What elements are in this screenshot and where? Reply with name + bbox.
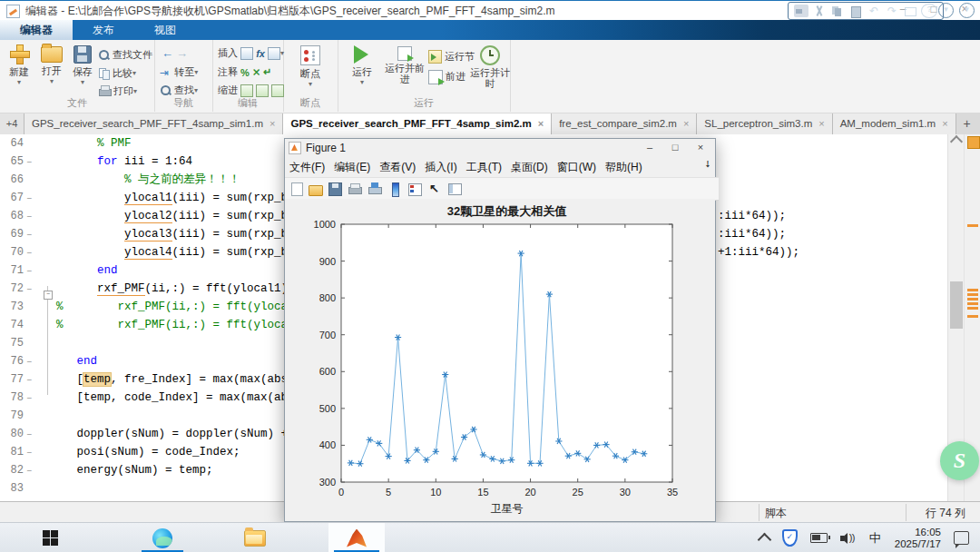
figure-menu-h[interactable]: 帮助(H) xyxy=(601,160,647,175)
insert-block-icon[interactable] xyxy=(268,47,280,60)
tray-expand-chevron-icon[interactable] xyxy=(760,531,769,545)
breakpoint-dash[interactable]: – xyxy=(26,370,33,389)
warning-marker-icon[interactable] xyxy=(967,224,978,227)
message-summary-icon[interactable] xyxy=(967,136,980,149)
back-icon[interactable]: ← xyxy=(162,47,173,60)
open-file-icon[interactable] xyxy=(309,185,323,196)
warning-marker-icon[interactable] xyxy=(967,302,978,305)
breakpoint-dash[interactable]: – xyxy=(26,461,33,479)
document-tab[interactable]: GPS_receiver_search_PMF_FFT_4samp_sim2.m… xyxy=(283,113,552,134)
new-tab-button[interactable]: + xyxy=(956,113,978,134)
breakpoint-dash[interactable]: – xyxy=(26,389,33,407)
figure-menu-e[interactable]: 编辑(E) xyxy=(329,160,375,175)
comment-row[interactable]: 注释 % ⨯ ↵ xyxy=(218,64,271,80)
tab-close-icon[interactable]: × xyxy=(683,113,689,134)
insert-section-icon[interactable] xyxy=(240,47,253,60)
code-fold-collapse-icon[interactable]: − xyxy=(44,291,53,300)
document-tab[interactable]: AM_modem_sim1.m× xyxy=(833,113,956,134)
edit-plot-icon[interactable] xyxy=(427,182,442,196)
open-button[interactable]: 打开▾ xyxy=(36,44,67,84)
new-button[interactable]: 新建▾ xyxy=(4,44,34,85)
insert-row[interactable]: 插入 fx ▾ xyxy=(218,45,284,61)
ribbon-collapse-icon[interactable]: ▼ xyxy=(959,3,975,18)
paste-icon[interactable] xyxy=(848,5,863,17)
insert-function-icon[interactable]: fx xyxy=(256,48,265,59)
tab-close-icon[interactable]: × xyxy=(270,113,275,134)
document-tab[interactable]: SL_perceptron_sim3.m× xyxy=(697,113,832,134)
ribbon-tab-view[interactable]: 视图 xyxy=(134,20,196,40)
breakpoint-dash[interactable]: – xyxy=(26,425,33,443)
ribbon-tab-publish[interactable]: 发布 xyxy=(73,20,134,40)
floating-assistant-icon[interactable]: S xyxy=(940,441,979,480)
breakpoint-dash[interactable]: – xyxy=(26,280,33,298)
show-plot-tools-icon[interactable] xyxy=(447,182,462,196)
redo-icon[interactable]: ↷ xyxy=(885,5,899,17)
forward-icon[interactable]: → xyxy=(176,47,188,60)
volume-icon[interactable]: )) xyxy=(840,532,857,545)
security-shield-icon[interactable]: ✓ xyxy=(782,529,798,547)
new-figure-icon[interactable] xyxy=(291,182,303,196)
breakpoint-dash[interactable]: – xyxy=(26,225,33,243)
scroll-up-icon[interactable] xyxy=(950,135,963,148)
uncomment-icon[interactable]: ⨯ xyxy=(252,66,260,78)
figure-menu-i[interactable]: 插入(I) xyxy=(420,160,461,175)
advance-button[interactable]: 前进 xyxy=(428,69,466,84)
run-button[interactable]: 运行▾ xyxy=(345,44,379,85)
insert-legend-icon[interactable] xyxy=(407,182,422,196)
ribbon-tab-editor[interactable]: 编辑器 xyxy=(0,20,73,40)
warning-marker-icon[interactable] xyxy=(967,315,978,318)
warning-marker-icon[interactable] xyxy=(967,298,978,301)
taskbar-matlab-button[interactable] xyxy=(328,523,385,552)
taskbar-edge-button[interactable] xyxy=(136,523,189,552)
copy-icon[interactable] xyxy=(830,5,845,17)
document-tab[interactable]: fre_est_compare_sim2.m× xyxy=(552,113,697,134)
qat-dropdown-icon[interactable]: ▼ xyxy=(938,3,954,18)
warning-marker-icon[interactable] xyxy=(967,293,978,296)
run-time-button[interactable]: 运行并计时 xyxy=(470,44,510,89)
battery-icon[interactable] xyxy=(810,533,828,543)
warning-marker-icon[interactable] xyxy=(967,307,978,310)
breakpoints-button[interactable]: 断点▾ xyxy=(295,44,326,87)
run-advance-button[interactable]: 运行并前进 xyxy=(385,44,425,84)
figure-menu-d[interactable]: 桌面(D) xyxy=(506,160,553,175)
taskbar-clock[interactable]: 16:05 2025/7/17 xyxy=(895,527,941,550)
taskbar-explorer-button[interactable] xyxy=(229,523,281,552)
scrollbar-thumb[interactable] xyxy=(950,281,963,329)
save-button[interactable]: 保存▾ xyxy=(67,44,98,85)
breakpoint-dash[interactable]: – xyxy=(26,189,33,207)
undo-icon[interactable]: ↶ xyxy=(867,5,881,17)
save-icon[interactable] xyxy=(794,5,808,17)
save-figure-icon[interactable] xyxy=(328,182,342,196)
tab-close-icon[interactable]: × xyxy=(942,113,947,134)
figure-menu-w[interactable]: 窗口(W) xyxy=(553,160,601,175)
figure-window[interactable]: Figure 1 – □ × 文件(F)编辑(E)查看(V)插入(I)工具(T)… xyxy=(284,138,716,522)
tab-overflow-indicator[interactable]: +4 xyxy=(0,113,24,134)
goto-button[interactable]: ⇥ 转至 ▾ xyxy=(160,64,198,80)
print-preview-icon[interactable] xyxy=(368,182,382,196)
tab-close-icon[interactable]: × xyxy=(538,113,544,134)
figure-menu-t[interactable]: 工具(T) xyxy=(462,160,506,175)
figure-maximize-button[interactable]: □ xyxy=(662,139,688,157)
breakpoint-dash[interactable]: – xyxy=(26,261,33,280)
breakpoint-dash[interactable]: – xyxy=(26,153,33,171)
figure-menu-v[interactable]: 查看(V) xyxy=(375,160,420,175)
breakpoint-dash[interactable]: – xyxy=(26,352,33,370)
run-section-button[interactable]: 运行节 xyxy=(428,49,475,64)
switch-window-icon[interactable] xyxy=(903,5,917,17)
action-center-icon[interactable] xyxy=(954,531,969,545)
indent-right-icon[interactable] xyxy=(256,84,269,97)
breakpoint-dash[interactable]: – xyxy=(26,443,33,461)
find-files-button[interactable]: 查找文件 xyxy=(98,47,152,63)
figure-menu-f[interactable]: 文件(F) xyxy=(285,160,329,175)
insert-colorbar-icon[interactable] xyxy=(387,182,402,196)
cut-icon[interactable] xyxy=(812,5,827,17)
breakpoint-dash[interactable]: – xyxy=(26,243,33,261)
document-tab[interactable]: GPS_receiver_search_PMF_FFT_4samp_sim1.m… xyxy=(24,113,283,134)
tab-close-icon[interactable]: × xyxy=(818,113,824,134)
start-button[interactable] xyxy=(27,523,73,552)
figure-close-button[interactable]: × xyxy=(688,139,713,157)
print-figure-icon[interactable] xyxy=(348,182,362,196)
ime-indicator[interactable]: 中 xyxy=(869,530,881,547)
comment-icon[interactable]: % xyxy=(240,67,250,78)
warning-marker-icon[interactable] xyxy=(967,289,978,291)
